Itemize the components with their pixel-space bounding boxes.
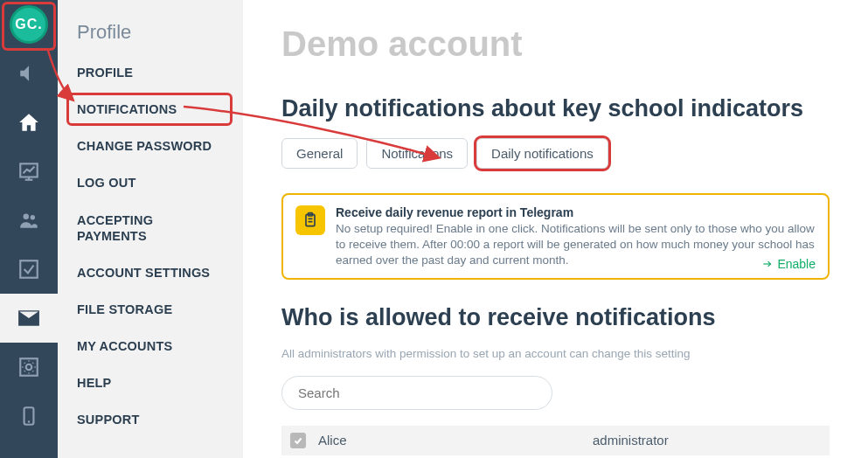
enable-link[interactable]: Enable (761, 257, 816, 271)
who-subhead: All administrators with permission to se… (281, 347, 830, 360)
svg-point-4 (31, 215, 35, 219)
section-title: Daily notifications about key school ind… (281, 95, 830, 122)
search-input[interactable] (281, 376, 552, 410)
rail-chart-icon[interactable] (0, 147, 58, 196)
sidebar-item-support[interactable]: SUPPORT (58, 401, 243, 438)
rail-mail-icon[interactable] (0, 294, 58, 343)
telegram-callout: Receive daily revenue report in Telegram… (281, 193, 830, 280)
rail-home-icon[interactable] (0, 98, 58, 147)
enable-label: Enable (777, 257, 816, 271)
sidebar: Profile PROFILE NOTIFICATIONS CHANGE PAS… (58, 0, 243, 458)
sidebar-item-log-out[interactable]: LOG OUT (58, 164, 243, 201)
tab-notifications[interactable]: Notifications (366, 138, 468, 169)
rail-avatar[interactable]: GC. (0, 0, 58, 49)
arrow-right-icon (761, 258, 774, 270)
main-content: Demo account Daily notifications about k… (243, 0, 868, 458)
clipboard-icon (295, 205, 325, 235)
rail-users-icon[interactable] (0, 196, 58, 245)
callout-text: No setup required! Enable in one click. … (336, 221, 816, 269)
sidebar-item-accepting-payments[interactable]: ACCEPTING PAYMENTS (58, 202, 243, 254)
sidebar-item-file-storage[interactable]: FILE STORAGE (58, 291, 243, 328)
user-role: administrator (593, 433, 821, 448)
tab-label: Daily notifications (491, 146, 594, 161)
svg-point-7 (26, 364, 32, 371)
tab-daily-notifications[interactable]: Daily notifications (476, 138, 608, 169)
sidebar-item-my-accounts[interactable]: MY ACCOUNTS (58, 328, 243, 364)
sidebar-item-account-settings[interactable]: ACCOUNT SETTINGS (58, 254, 243, 291)
callout-title: Receive daily revenue report in Telegram (336, 205, 816, 219)
tabs: General Notifications Daily notification… (281, 138, 830, 169)
notifications-annotation-box (66, 93, 233, 126)
who-title: Who is allowed to receive notifications (281, 304, 830, 331)
sidebar-item-change-password[interactable]: CHANGE PASSWORD (58, 128, 243, 164)
callout-body: Receive daily revenue report in Telegram… (336, 205, 816, 269)
sidebar-item-profile[interactable]: PROFILE (58, 54, 243, 91)
user-name: Alice (318, 433, 580, 448)
rail-check-icon[interactable] (0, 245, 58, 294)
user-checkbox[interactable] (290, 433, 306, 448)
sidebar-item-notifications[interactable]: NOTIFICATIONS (58, 91, 243, 128)
svg-rect-5 (20, 260, 38, 278)
svg-point-3 (24, 213, 30, 219)
sidebar-title: Profile (58, 16, 243, 54)
rail-sound-icon[interactable] (0, 49, 58, 98)
rail-mobile-icon[interactable] (0, 392, 58, 441)
tab-general[interactable]: General (281, 138, 358, 169)
check-icon (293, 435, 303, 446)
icon-rail: GC. (0, 0, 58, 458)
rail-settings-icon[interactable] (0, 343, 58, 392)
avatar-annotation-box (2, 2, 56, 51)
page-title: Demo account (281, 24, 830, 64)
sidebar-item-help[interactable]: HELP (58, 364, 243, 401)
user-row[interactable]: Alice administrator (281, 426, 830, 455)
